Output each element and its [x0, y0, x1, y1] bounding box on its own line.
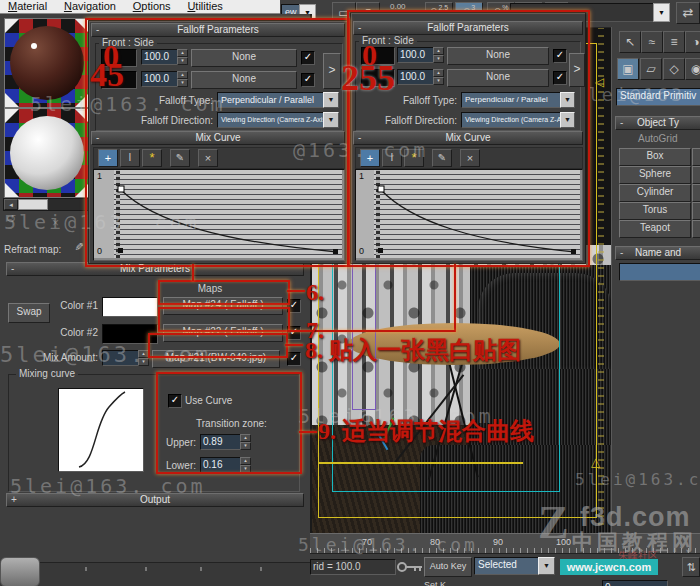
- key-filter-arrow[interactable]: ▼: [538, 557, 555, 575]
- collapse-icon: -: [11, 263, 14, 274]
- selection-rect-purple: [352, 258, 376, 410]
- shapes-category-icon[interactable]: ▱: [640, 58, 662, 80]
- sphere-highlight: [31, 43, 37, 49]
- slot-corner: [5, 19, 19, 33]
- scroll-thumb[interactable]: [18, 199, 48, 210]
- autogrid-label[interactable]: AutoGrid: [638, 133, 677, 144]
- create-tab-icon[interactable]: ↖: [619, 31, 641, 53]
- sphere-button[interactable]: Sphere: [619, 166, 691, 184]
- sample-sphere-dark: [10, 26, 84, 100]
- menu-material[interactable]: Material: [8, 0, 47, 12]
- partial-button[interactable]: [692, 166, 700, 184]
- annotation-step-8: 8. 贴入一张黑白贴图: [305, 338, 521, 362]
- annotation-step-6: 6.: [306, 280, 324, 304]
- check-icon: ✓: [290, 352, 298, 363]
- collapse-icon: -: [620, 247, 623, 258]
- partial-button[interactable]: [692, 202, 700, 220]
- slot-corner: [5, 183, 19, 197]
- key-filter-dropdown[interactable]: Selected: [474, 557, 544, 575]
- primitive-category-dropdown[interactable]: Standard Primitiv: [616, 88, 700, 106]
- mix-amount-field[interactable]: [102, 350, 142, 366]
- expand-icon: +: [11, 494, 17, 505]
- annotation-line-6: [287, 290, 305, 292]
- screen: ◁ △ ew ▼ ▭ ▯ 0.00 ∩2.5 ∩3 ∩% ⇅ {} ▼ ⇄ ↖ …: [0, 0, 700, 586]
- site-watermark: www.jcwcn.com: [560, 559, 658, 575]
- pan-icon[interactable]: ⇅: [682, 557, 700, 577]
- menu-options[interactable]: Options: [133, 0, 171, 12]
- marker-triangle-left: ◁: [595, 75, 604, 89]
- eyedropper-icon[interactable]: ✎: [72, 242, 85, 251]
- annotation-value-side-right: 255: [341, 60, 395, 96]
- tick-90: 90: [493, 537, 503, 547]
- grid-size-field: rid = 100.0: [310, 559, 396, 575]
- annotation-line-map1-vertical: [192, 264, 194, 281]
- swap-button[interactable]: Swap: [8, 303, 50, 323]
- scroll-left-arrow[interactable]: ◂: [4, 199, 18, 210]
- selection-set-arrow[interactable]: ▼: [653, 3, 670, 22]
- output-rollout[interactable]: + Output: [6, 493, 304, 507]
- marker-triangle-up: △: [591, 455, 600, 469]
- annotation-box-use-curve: [156, 372, 302, 474]
- brand-logo-glyph: Z: [538, 496, 569, 549]
- object-name-field[interactable]: [619, 263, 700, 281]
- tick-70: 70: [362, 537, 372, 547]
- collapse-icon: -: [620, 117, 623, 128]
- annotation-box-right-panel: [347, 10, 590, 267]
- spin-down-icon[interactable]: ▾: [138, 358, 149, 366]
- map3-checkbox[interactable]: ✓: [287, 352, 301, 366]
- modify-tab-icon[interactable]: ≈: [641, 31, 663, 53]
- mix-amount-label: Mix Amount:: [30, 352, 98, 363]
- torus-button[interactable]: Torus: [619, 202, 691, 220]
- material-sample-slot-1[interactable]: [4, 18, 90, 108]
- render-region-line: [318, 462, 523, 464]
- menu-utilities[interactable]: Utilities: [187, 0, 222, 12]
- partial-button[interactable]: [692, 184, 700, 202]
- color1-swatch[interactable]: [102, 297, 158, 317]
- mirror-icon[interactable]: ⇄: [676, 2, 700, 24]
- annotation-value-side-left: 45: [90, 58, 124, 92]
- undo-icon[interactable]: ↺: [6, 212, 16, 226]
- key-icon: [396, 560, 424, 574]
- cylinder-button[interactable]: Cylinder: [619, 184, 691, 202]
- annotation-box-map1: [158, 280, 290, 305]
- trackbar-mark: [85, 567, 87, 571]
- trackbar-mark: [200, 567, 202, 571]
- frame-field[interactable]: 0: [602, 580, 668, 586]
- close-glyph-icon: ×: [52, 216, 59, 230]
- teapot-button[interactable]: Teapot: [619, 220, 691, 238]
- lights-category-icon[interactable]: ◇: [663, 58, 685, 80]
- object-type-rollout[interactable]: - Object Ty: [615, 116, 700, 130]
- motion-tab-icon[interactable]: ◑: [685, 31, 700, 53]
- box-button[interactable]: Box: [619, 148, 691, 166]
- check-icon: ✓: [290, 299, 298, 310]
- trackbar-mark: [145, 567, 147, 571]
- sample-sphere-light: [10, 116, 84, 190]
- annotation-step-9: 9. 适当调节混合曲线: [318, 419, 534, 443]
- geometry-category-icon[interactable]: ▣: [617, 58, 639, 80]
- object-type-title: Object Ty: [637, 117, 679, 128]
- trackbar-strip: [0, 562, 310, 586]
- trackbar-mark: [260, 567, 262, 571]
- color1-label: Color #1: [52, 300, 98, 311]
- partial-button[interactable]: [692, 148, 700, 166]
- name-color-title: Name and: [635, 247, 681, 258]
- set-key-label[interactable]: Set K: [424, 580, 446, 586]
- hierarchy-tab-icon[interactable]: ≡: [663, 31, 685, 53]
- menu-navigation[interactable]: Navigation: [64, 0, 116, 12]
- annotation-box-left-panel: [85, 18, 350, 267]
- output-title: Output: [140, 494, 170, 505]
- auto-key-button[interactable]: Auto Key: [424, 557, 472, 577]
- annotation-line-8: [285, 344, 303, 346]
- command-panel: ↖ ≈ ≡ ◑ ▣ ▱ ◇ ◉ Standard Primitiv - Obje…: [611, 27, 700, 533]
- annotation-box-map2: [158, 307, 290, 332]
- viewport-edge-dots: [598, 25, 604, 525]
- material-sample-slot-2[interactable]: [4, 108, 90, 198]
- s-curve: [59, 389, 143, 471]
- cameras-category-icon[interactable]: ◉: [685, 58, 700, 80]
- name-color-rollout[interactable]: - Name and: [615, 246, 700, 260]
- annotation-line-map2-vertical: [454, 264, 456, 332]
- tick-80: 80: [430, 537, 440, 547]
- slot-scrollbar[interactable]: ◂: [3, 198, 92, 211]
- partial-button[interactable]: [692, 220, 700, 238]
- corner-widget: [0, 557, 40, 586]
